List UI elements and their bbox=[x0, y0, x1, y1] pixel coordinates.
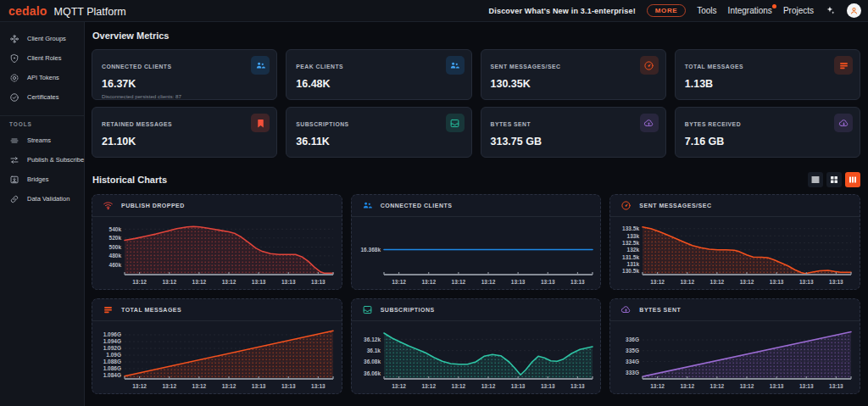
svg-text:1.094G: 1.094G bbox=[103, 338, 121, 344]
top-navbar: cedalo MQTT Platform Discover What's New… bbox=[0, 0, 868, 22]
sidebar-item-label: Streams bbox=[27, 136, 51, 144]
metric-card-total-messages: TOTAL MESSAGES 1.13B bbox=[675, 49, 860, 100]
svg-text:13:13: 13:13 bbox=[311, 279, 326, 285]
wifi-dropped-icon bbox=[103, 200, 114, 211]
nav-link-integrations[interactable]: Integrations bbox=[728, 6, 772, 15]
sidebar-item-publish-subscribe[interactable]: Publish & Subscribe bbox=[0, 150, 84, 170]
bookmark-icon bbox=[251, 114, 270, 132]
svg-text:13:13: 13:13 bbox=[510, 383, 525, 389]
chart-card-sent-messages-sec: SENT MESSAGES/SEC 133.5k133k132.5k132k13… bbox=[609, 194, 860, 290]
nav-link-tools[interactable]: Tools bbox=[697, 6, 716, 15]
navbar-brand: cedalo MQTT Platform bbox=[8, 4, 126, 18]
metric-sublabel: Disconnected persisted clients: 87 bbox=[102, 93, 269, 99]
chart-card-subscriptions: SUBSCRIPTIONS 36.12k36.1k36.08k36.06k13:… bbox=[351, 298, 602, 394]
gauge-icon bbox=[640, 56, 659, 75]
nav-link-projects[interactable]: Projects bbox=[783, 6, 814, 15]
svg-text:13:12: 13:12 bbox=[710, 279, 725, 285]
sidebar-item-bridges[interactable]: Bridges bbox=[0, 170, 84, 189]
svg-text:500k: 500k bbox=[109, 244, 122, 250]
svg-text:13:12: 13:12 bbox=[421, 279, 436, 285]
svg-text:13:13: 13:13 bbox=[799, 279, 814, 285]
svg-text:480k: 480k bbox=[109, 253, 122, 259]
svg-text:13:13: 13:13 bbox=[281, 383, 296, 389]
metric-card-bytes-received: BYTES RECEIVED 7.16 GB bbox=[675, 107, 860, 158]
svg-text:13:12: 13:12 bbox=[740, 383, 754, 389]
svg-text:13:12: 13:12 bbox=[421, 383, 436, 389]
svg-text:13:13: 13:13 bbox=[311, 383, 326, 389]
sidebar-item-label: Client Roles bbox=[27, 54, 61, 62]
chart-plot-publish-dropped[interactable]: 540k520k500k480k460k13:1213:1213:1213:12… bbox=[92, 217, 342, 289]
svg-text:13:12: 13:12 bbox=[681, 383, 695, 389]
svg-text:13:13: 13:13 bbox=[252, 279, 266, 285]
column-view-button[interactable] bbox=[845, 172, 860, 187]
svg-text:13:12: 13:12 bbox=[162, 383, 176, 389]
sparkles-icon[interactable] bbox=[825, 5, 836, 16]
sidebar-item-api-tokens[interactable]: API Tokens bbox=[0, 68, 84, 87]
svg-text:13:12: 13:12 bbox=[222, 279, 236, 285]
sidebar-item-certificates[interactable]: Certificates bbox=[0, 87, 84, 107]
streams-icon bbox=[9, 136, 19, 146]
svg-text:460k: 460k bbox=[109, 262, 122, 268]
svg-text:13:12: 13:12 bbox=[192, 279, 207, 285]
chart-card-bytes-sent: BYTES SENT 336G335G334G333G13:1213:1213:… bbox=[609, 298, 860, 394]
cedalo-logo[interactable]: cedalo bbox=[8, 4, 47, 18]
sidebar-item-data-validation[interactable]: Data Validation bbox=[0, 189, 84, 209]
inbox-icon bbox=[362, 304, 373, 315]
metric-value: 7.16 GB bbox=[685, 136, 852, 147]
sidebar-item-label: Publish & Subscribe bbox=[27, 156, 84, 164]
chart-plot-subscriptions[interactable]: 36.12k36.1k36.08k36.06k13:1213:1213:1213… bbox=[352, 321, 601, 393]
announcement-text: Discover What's New in 3.1-enterprise! bbox=[489, 7, 636, 15]
metric-value: 36.11K bbox=[296, 136, 463, 147]
app-title: MQTT Platform bbox=[54, 6, 126, 18]
chart-card-publish-dropped: PUBLISH DROPPED 540k520k500k480k460k13:1… bbox=[92, 194, 342, 290]
svg-text:334G: 334G bbox=[626, 359, 639, 364]
svg-text:13:13: 13:13 bbox=[770, 383, 784, 389]
overview-cards-grid: CONNECTED CLIENTS 16.37K Disconnected pe… bbox=[92, 49, 860, 158]
chart-header: SENT MESSAGES/SEC bbox=[610, 195, 860, 217]
svg-text:13:12: 13:12 bbox=[481, 383, 495, 389]
svg-text:36.06k: 36.06k bbox=[364, 370, 381, 376]
cloud-down-icon bbox=[834, 114, 853, 132]
svg-text:333G: 333G bbox=[626, 370, 639, 375]
svg-text:13:13: 13:13 bbox=[770, 279, 784, 285]
svg-text:13:13: 13:13 bbox=[570, 279, 585, 285]
more-button[interactable]: MORE bbox=[647, 4, 686, 17]
sidebar-item-label: Client Groups bbox=[27, 35, 66, 42]
svg-text:36.1k: 36.1k bbox=[366, 348, 381, 353]
inbox-icon bbox=[446, 114, 465, 132]
chart-title: BYTES SENT bbox=[639, 307, 681, 313]
svg-text:1.086G: 1.086G bbox=[103, 365, 121, 371]
sidebar-item-client-groups[interactable]: Client Groups bbox=[0, 29, 84, 48]
chart-plot-connected-clients[interactable]: 16.368k13:1213:1213:1213:1213:1313:1313:… bbox=[352, 217, 601, 289]
metric-card-bytes-sent: BYTES SENT 313.75 GB bbox=[481, 107, 666, 158]
svg-text:13:13: 13:13 bbox=[541, 383, 555, 389]
chart-title: TOTAL MESSAGES bbox=[121, 307, 181, 313]
svg-text:36.08k: 36.08k bbox=[364, 359, 381, 364]
grid-view-button[interactable] bbox=[826, 172, 842, 187]
chart-title: CONNECTED CLIENTS bbox=[381, 203, 453, 209]
svg-text:13:12: 13:12 bbox=[681, 279, 695, 285]
avatar[interactable] bbox=[847, 3, 861, 18]
metric-value: 21.10K bbox=[102, 136, 269, 147]
metric-label: TOTAL MESSAGES bbox=[685, 64, 743, 70]
chart-plot-total-messages[interactable]: 1.096G1.094G1.092G1.09G1.088G1.086G1.084… bbox=[92, 321, 342, 393]
metric-card-peak-clients: PEAK CLIENTS 16.48K bbox=[286, 49, 471, 100]
gauge-icon bbox=[620, 200, 632, 211]
svg-text:131.5k: 131.5k bbox=[622, 254, 639, 260]
svg-text:1.096G: 1.096G bbox=[103, 331, 121, 337]
list-view-button[interactable] bbox=[808, 172, 823, 187]
sidebar-item-streams[interactable]: Streams bbox=[0, 131, 84, 150]
people-icon bbox=[251, 56, 270, 75]
metric-value: 313.75 GB bbox=[491, 136, 658, 147]
sidebar-item-client-roles[interactable]: Client Roles bbox=[0, 48, 84, 68]
message-lines-icon bbox=[834, 56, 853, 75]
metric-label: CONNECTED CLIENTS bbox=[102, 64, 172, 70]
svg-text:13:12: 13:12 bbox=[132, 279, 147, 285]
svg-text:13:13: 13:13 bbox=[570, 383, 585, 389]
metric-card-retained-messages: RETAINED MESSAGES 21.10K bbox=[92, 107, 277, 158]
chart-plot-sent-messages-sec[interactable]: 133.5k133k132.5k132k131.5k131k130.5k13:1… bbox=[610, 217, 860, 289]
svg-text:13:12: 13:12 bbox=[481, 279, 495, 285]
certificate-icon bbox=[9, 92, 19, 103]
chart-plot-bytes-sent[interactable]: 336G335G334G333G13:1213:1213:1213:1213:1… bbox=[610, 321, 860, 393]
sidebar-tools-section: TOOLS Streams Publish & Subscribe Bridge… bbox=[0, 115, 84, 209]
